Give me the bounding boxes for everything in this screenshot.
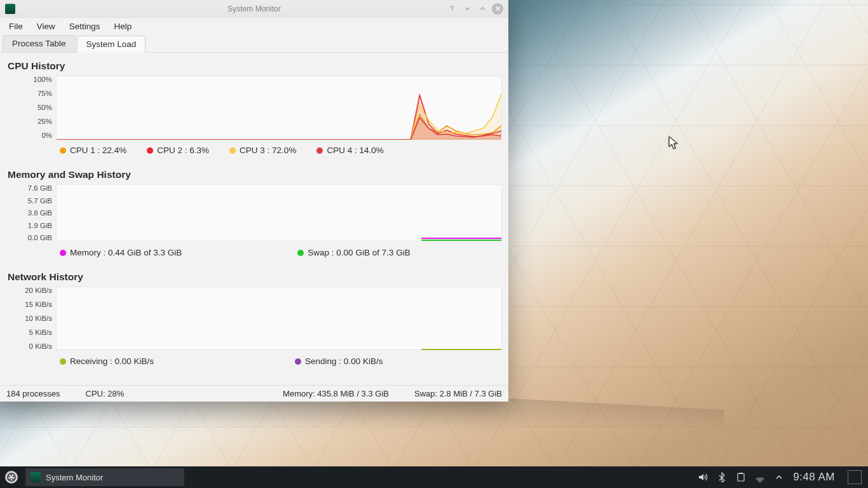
network-history-title: Network History — [8, 271, 502, 283]
titlebar[interactable]: System Monitor — [0, 0, 508, 18]
maximize-button[interactable] — [477, 3, 488, 15]
cpu-legend: CPU 1 : 22.4% CPU 2 : 6.3% CPU 3 : 72.0%… — [6, 139, 502, 164]
tab-system-load[interactable]: System Load — [77, 36, 146, 53]
clipboard-icon[interactable] — [736, 472, 746, 482]
clock[interactable]: 9:48 AM — [793, 471, 835, 484]
legend-cpu4: CPU 4 : 14.0% — [316, 146, 383, 155]
svg-point-0 — [451, 11, 452, 11]
tray-expand-icon[interactable] — [774, 472, 784, 482]
status-swap: Swap: 2.8 MiB / 7.3 GiB — [414, 389, 502, 398]
legend-sending: Sending : 0.00 KiB/s — [295, 356, 383, 366]
legend-cpu1: CPU 1 : 22.4% — [60, 146, 126, 155]
close-button[interactable] — [492, 3, 503, 15]
svg-point-2 — [11, 474, 12, 475]
window-controls — [446, 3, 508, 15]
memory-chart — [56, 184, 502, 241]
menubar: File View Settings Help — [0, 18, 508, 35]
menu-file[interactable]: File — [9, 22, 23, 31]
status-processes: 184 processes — [6, 389, 60, 398]
svg-rect-8 — [739, 473, 743, 474]
application-launcher[interactable] — [0, 466, 23, 488]
network-icon[interactable] — [755, 472, 765, 482]
svg-point-4 — [12, 478, 13, 480]
tabs: Process Table System Load — [0, 35, 508, 53]
cpu-y-axis: 100% 75% 50% 25% 0% — [6, 76, 56, 139]
minimize-button[interactable] — [461, 3, 473, 15]
menu-help[interactable]: Help — [114, 22, 132, 31]
cpu-chart — [56, 76, 502, 139]
network-chart — [56, 287, 502, 350]
legend-memory: Memory : 0.44 GiB of 3.3 GiB — [60, 248, 182, 257]
memory-chart-area: 7.6 GiB 5.7 GiB 3.8 GiB 1.9 GiB 0.0 GiB — [6, 184, 502, 241]
tab-content: CPU History 100% 75% 50% 25% 0% CPU 1 : … — [0, 53, 508, 385]
cpu-history-title: CPU History — [8, 60, 502, 72]
window-status-bar: 184 processes CPU: 28% Memory: 435.8 MiB… — [0, 385, 508, 402]
menu-view[interactable]: View — [37, 22, 55, 31]
volume-icon[interactable] — [698, 472, 708, 482]
legend-swap: Swap : 0.00 GiB of 7.3 GiB — [297, 248, 410, 257]
show-desktop-button[interactable] — [848, 470, 862, 484]
memory-legend: Memory : 0.44 GiB of 3.3 GiB Swap : 0.00… — [6, 241, 502, 266]
svg-point-6 — [8, 476, 10, 477]
legend-cpu3: CPU 3 : 72.0% — [229, 146, 296, 155]
memory-y-axis: 7.6 GiB 5.7 GiB 3.8 GiB 1.9 GiB 0.0 GiB — [6, 184, 56, 241]
legend-receiving: Receiving : 0.00 KiB/s — [60, 356, 154, 366]
task-label: System Monitor — [46, 473, 103, 482]
status-memory: Memory: 435.8 MiB / 3.3 GiB — [283, 389, 389, 398]
tab-process-table[interactable]: Process Table — [3, 35, 76, 52]
status-cpu: CPU: 28% — [86, 389, 125, 398]
legend-cpu2: CPU 2 : 6.3% — [147, 146, 209, 155]
svg-point-5 — [10, 478, 11, 480]
network-y-axis: 20 KiB/s 15 KiB/s 10 KiB/s 5 KiB/s 0 KiB… — [6, 287, 56, 350]
help-button[interactable] — [446, 3, 458, 15]
system-tray: 9:48 AM — [698, 470, 868, 484]
taskbar: System Monitor 9:48 AM — [0, 466, 868, 488]
cpu-chart-area: 100% 75% 50% 25% 0% — [6, 76, 502, 139]
task-system-monitor[interactable]: System Monitor — [25, 468, 184, 486]
menu-settings[interactable]: Settings — [69, 22, 100, 31]
bluetooth-icon[interactable] — [717, 472, 727, 482]
memory-history-title: Memory and Swap History — [8, 169, 502, 180]
svg-rect-7 — [738, 473, 744, 481]
task-app-icon — [31, 472, 41, 482]
network-legend: Receiving : 0.00 KiB/s Sending : 0.00 Ki… — [6, 350, 502, 375]
app-icon — [5, 4, 15, 14]
window-title: System Monitor — [0, 4, 508, 13]
network-chart-area: 20 KiB/s 15 KiB/s 10 KiB/s 5 KiB/s 0 KiB… — [6, 287, 502, 350]
svg-point-3 — [13, 476, 14, 477]
system-monitor-window: System Monitor File View Settings Help P… — [0, 0, 508, 402]
